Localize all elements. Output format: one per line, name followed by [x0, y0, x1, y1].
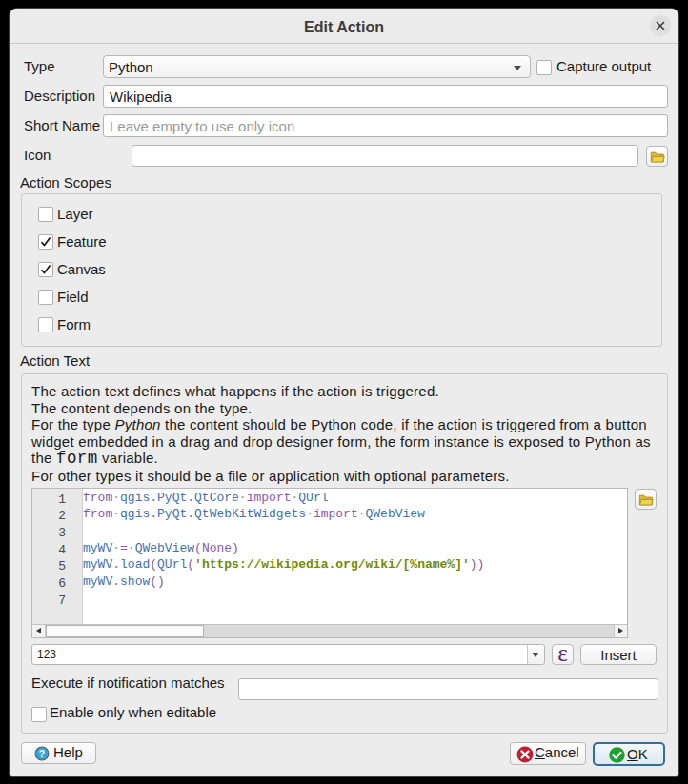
svg-text:?: ? — [39, 748, 45, 759]
